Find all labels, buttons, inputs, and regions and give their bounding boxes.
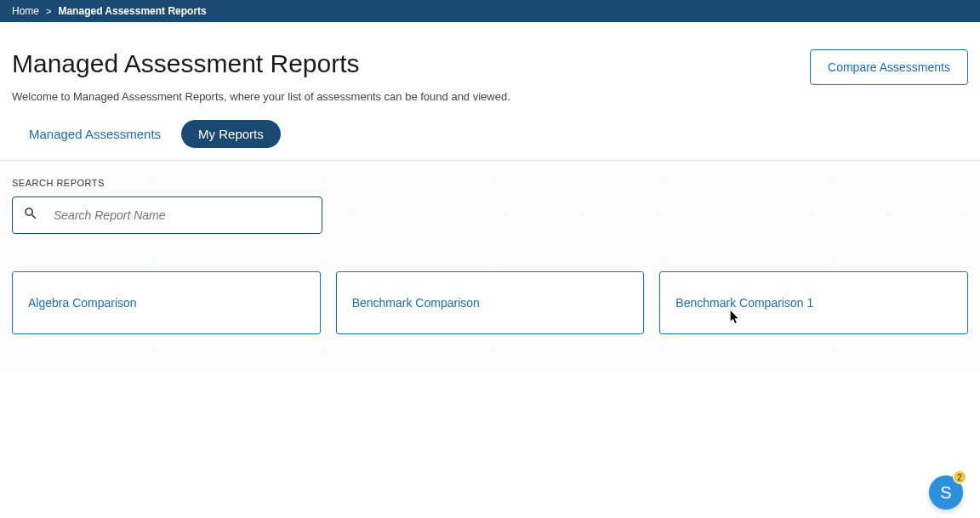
report-card-title: Algebra Comparison bbox=[28, 296, 305, 310]
compare-assessments-button[interactable]: Compare Assessments bbox=[810, 49, 968, 85]
search-input-wrapper[interactable] bbox=[12, 196, 322, 234]
avatar-letter: S bbox=[940, 483, 951, 503]
page-subtitle: Welcome to Managed Assessment Reports, w… bbox=[0, 90, 980, 103]
search-input[interactable] bbox=[54, 208, 311, 222]
page-title: Managed Assessment Reports bbox=[12, 49, 360, 78]
tabs: Managed Assessments My Reports bbox=[0, 120, 980, 160]
tab-my-reports[interactable]: My Reports bbox=[181, 120, 281, 148]
user-avatar-fab[interactable]: S 2 bbox=[929, 475, 963, 509]
report-card[interactable]: Benchmark Comparison bbox=[336, 271, 645, 334]
breadcrumb: Home > Managed Assessment Reports bbox=[0, 0, 980, 22]
report-cards: Algebra Comparison Benchmark Comparison … bbox=[12, 271, 968, 334]
report-card-title: Benchmark Comparison bbox=[352, 296, 629, 310]
search-icon bbox=[23, 206, 54, 225]
breadcrumb-separator: > bbox=[46, 6, 51, 16]
search-label: SEARCH REPORTS bbox=[12, 178, 968, 188]
tab-managed-assessments[interactable]: Managed Assessments bbox=[29, 127, 161, 141]
report-card[interactable]: Algebra Comparison bbox=[12, 271, 321, 334]
breadcrumb-home-link[interactable]: Home bbox=[12, 5, 39, 17]
notification-badge: 2 bbox=[953, 470, 966, 484]
report-card-title: Benchmark Comparison 1 bbox=[675, 296, 952, 310]
breadcrumb-current: Managed Assessment Reports bbox=[58, 5, 206, 17]
content-area: SEARCH REPORTS Algebra Comparison Benchm… bbox=[0, 161, 980, 373]
report-card[interactable]: Benchmark Comparison 1 bbox=[659, 271, 968, 334]
